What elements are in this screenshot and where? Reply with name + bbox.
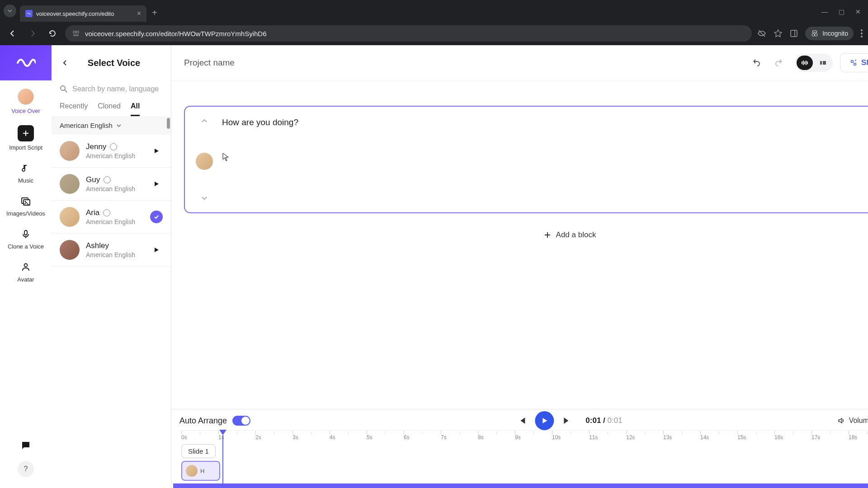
clip-text: H	[200, 468, 204, 474]
timeline-clip[interactable]: H	[181, 461, 220, 481]
tab-all[interactable]: All	[131, 102, 140, 116]
rail-label: Music	[18, 177, 33, 184]
incognito-badge[interactable]: Incognito	[805, 27, 854, 40]
forward-button[interactable]	[25, 26, 40, 41]
slide-label[interactable]: Slide 1	[181, 444, 216, 458]
rail-label: Avatar	[17, 276, 34, 283]
block-text-content[interactable]: How are you doing?	[222, 116, 868, 127]
rail-import-script[interactable]: Import Script	[9, 125, 42, 151]
voice-name: Aria	[86, 208, 99, 217]
voice-avatar	[60, 207, 80, 227]
tab-search-dropdown[interactable]	[4, 5, 16, 17]
language-selector[interactable]: American English	[52, 116, 171, 135]
scrollbar-thumb[interactable]	[167, 118, 170, 129]
ruler-tick: 4s	[330, 434, 367, 441]
voice-search-input[interactable]	[72, 85, 163, 93]
ruler-tick: 3s	[292, 434, 330, 441]
voice-search	[52, 80, 171, 98]
rail-voice-over[interactable]: Voice Over	[11, 89, 40, 114]
ruler-tick: 9s	[515, 434, 552, 441]
site-settings-icon[interactable]	[72, 30, 80, 37]
total-time: 0:01	[608, 416, 623, 425]
rail-label: Import Script	[9, 144, 42, 151]
chat-icon[interactable]	[19, 439, 32, 452]
voice-panel-title: Select Voice	[77, 58, 151, 68]
browser-menu-icon[interactable]	[861, 29, 863, 38]
rail-music[interactable]: Music	[18, 162, 33, 184]
music-note-icon	[19, 162, 32, 174]
skip-back-icon[interactable]	[517, 416, 527, 426]
chevron-up-icon[interactable]	[199, 116, 210, 127]
select-all-row: Select All	[184, 80, 868, 106]
voice-name: Ashley	[86, 241, 109, 250]
svg-rect-0	[73, 31, 75, 33]
svg-rect-1	[76, 31, 79, 33]
url-bar[interactable]: voiceover.speechify.com/editor/HWOwTWPzm…	[65, 25, 752, 42]
undo-button[interactable]	[748, 55, 764, 71]
voice-row-ashley[interactable]: Ashley American English	[52, 234, 171, 267]
view-toggle-waveform[interactable]	[797, 56, 813, 70]
check-icon	[150, 211, 163, 223]
svg-point-10	[861, 36, 863, 38]
back-chevron-icon[interactable]	[59, 56, 71, 69]
voice-row-aria[interactable]: Aria American English	[52, 201, 171, 234]
text-block[interactable]: How are you doing?	[184, 106, 868, 213]
rail-images-videos[interactable]: Images/Videos	[6, 195, 45, 217]
voice-panel: Select Voice Recently Cloned All America…	[52, 45, 171, 488]
play-icon[interactable]	[150, 244, 163, 256]
emotion-icon	[110, 143, 117, 150]
view-toggle	[795, 54, 833, 72]
view-toggle-list[interactable]	[815, 56, 831, 70]
skip-forward-icon[interactable]	[562, 416, 572, 426]
share-button[interactable]: Share	[840, 53, 868, 72]
minimize-icon[interactable]: —	[821, 8, 828, 15]
play-button[interactable]	[535, 411, 554, 430]
rail-clone-voice[interactable]: Clone a Voice	[8, 228, 44, 250]
tab-cloned[interactable]: Cloned	[98, 102, 121, 116]
toggle-switch[interactable]	[232, 416, 250, 426]
redo-button[interactable]	[771, 55, 788, 71]
play-icon[interactable]	[150, 178, 163, 190]
timeline-ruler[interactable]: 0s1s2s3s4s5s6s7s8s9s10s11s12s13s14s15s16…	[179, 430, 868, 441]
browser-tab[interactable]: voiceover.speechify.com/edito ×	[20, 5, 146, 22]
image-icon	[19, 195, 32, 207]
new-tab-button[interactable]: +	[152, 8, 157, 18]
project-name-input[interactable]: Project name	[184, 58, 741, 68]
timeline-scrollbar[interactable]	[173, 483, 868, 488]
tab-recently[interactable]: Recently	[60, 102, 88, 116]
svg-point-6	[812, 33, 815, 36]
voice-row-jenny[interactable]: Jenny American English	[52, 135, 171, 168]
auto-arrange-toggle: Auto Arrange	[179, 416, 250, 426]
svg-rect-19	[823, 61, 826, 65]
ruler-tick: 2s	[255, 434, 292, 441]
help-icon[interactable]: ?	[18, 461, 34, 477]
maximize-icon[interactable]: ▢	[839, 8, 844, 15]
incognito-label: Incognito	[822, 30, 848, 37]
svg-point-15	[24, 264, 28, 267]
reload-button[interactable]	[45, 26, 60, 41]
microphone-icon	[19, 228, 32, 240]
ruler-tick: 8s	[478, 434, 515, 441]
avatar-icon	[18, 89, 34, 105]
editor-header: Project name Share Export	[171, 45, 868, 80]
eye-off-icon[interactable]	[757, 29, 766, 38]
back-button[interactable]	[5, 26, 20, 41]
close-window-icon[interactable]: ✕	[855, 8, 861, 15]
tab-close-icon[interactable]: ×	[137, 9, 141, 18]
add-block-button[interactable]: Add a block	[534, 226, 605, 244]
block-voice-avatar[interactable]	[196, 153, 213, 170]
app-logo[interactable]	[0, 45, 52, 80]
play-icon[interactable]	[150, 145, 163, 157]
voice-avatar	[60, 141, 80, 161]
rail-avatar[interactable]: Avatar	[17, 261, 34, 283]
clip-avatar	[186, 465, 198, 477]
volume-control[interactable]: Volume	[837, 417, 868, 425]
voice-avatar	[60, 174, 80, 194]
voice-row-guy[interactable]: Guy American English	[52, 168, 171, 201]
bookmark-star-icon[interactable]	[774, 29, 783, 38]
svg-point-7	[815, 33, 817, 36]
chevron-down-icon[interactable]	[199, 192, 210, 203]
browser-toolbar: voiceover.speechify.com/editor/HWOwTWPzm…	[0, 22, 868, 45]
side-panel-icon[interactable]	[790, 29, 798, 38]
share-icon	[849, 59, 858, 67]
